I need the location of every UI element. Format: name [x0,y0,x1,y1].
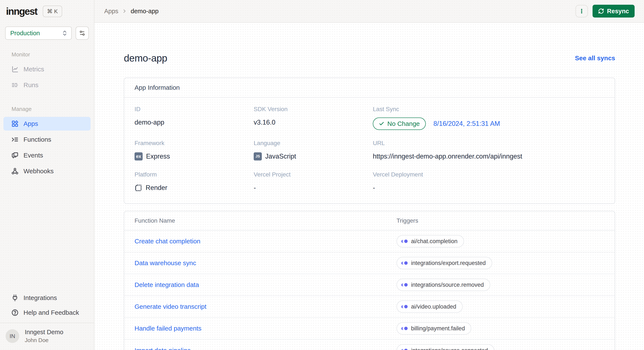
kebab-menu-icon [579,8,585,14]
sidebar-item-label: Functions [24,136,51,143]
trigger-badge: ai/video.uploaded [396,300,463,313]
sidebar-item-label: Integrations [24,294,57,301]
event-trigger-icon [401,283,408,287]
javascript-icon: JS [254,152,262,160]
field-framework: Framework ex Express [134,140,254,161]
user-profile[interactable]: IN Inngest Demo John Doe [0,323,94,350]
user-name: John Doe [25,337,64,343]
sidebar-item-help[interactable]: Help and Feedback [4,306,90,319]
sidebar-item-label: Runs [24,81,38,89]
sidebar-item-label: Metrics [24,66,44,73]
environment-label: Production [10,30,40,37]
more-options-button[interactable] [576,5,588,17]
check-icon [379,121,384,127]
sync-icon [598,8,604,14]
trigger-badge: integrations/source.connected [396,344,494,350]
field-value: JavaScript [265,153,296,160]
event-trigger-icon [401,326,408,331]
user-meta: Inngest Demo John Doe [25,329,64,343]
column-triggers: Triggers [396,217,604,224]
field-value: - [254,183,373,193]
field-sdk-version: SDK Version v3.16.0 [254,106,373,130]
event-trigger-icon [401,304,408,309]
trigger-badge: billing/payment.failed [396,322,471,335]
function-link[interactable]: Delete integration data [134,281,396,288]
function-link[interactable]: Data warehouse sync [134,259,396,267]
environment-settings-button[interactable] [76,27,89,40]
field-vercel-deployment: Vercel Deployment - [373,171,604,193]
event-trigger-icon [401,261,408,265]
sidebar-item-metrics[interactable]: Metrics [4,62,90,76]
main-column: Apps demo-app Resync demo-app See all [94,0,644,350]
trigger-label: ai/chat.completion [411,238,458,245]
apps-icon [11,120,19,128]
card-title: App Information [124,78,615,98]
table-row: Handle failed payments billing/payment.f… [124,318,615,339]
field-label: SDK Version [254,106,373,113]
render-icon [134,184,142,192]
field-label: ID [134,106,254,113]
sidebar-item-functions[interactable]: Functions [4,133,90,146]
last-sync-date-link[interactable]: 8/16/2024, 2:51:31 AM [434,120,500,128]
webhooks-icon [11,167,19,175]
runs-icon [11,81,19,89]
page-title: demo-app [124,52,167,64]
integrations-plug-icon [11,294,19,302]
trigger-label: integrations/export.requested [411,260,486,266]
environment-selector[interactable]: Production [5,27,72,40]
sidebar-item-label: Events [24,152,43,159]
field-label: Last Sync [373,106,604,113]
field-value: - [373,183,604,193]
sidebar-spacer [0,179,94,290]
trigger-label: billing/payment.failed [411,325,465,332]
functions-table: Function Name Triggers Create chat compl… [124,211,615,350]
field-label: Framework [134,140,254,147]
function-link[interactable]: Generate video transcript [134,303,396,310]
express-icon: ex [134,152,143,160]
field-value: Express [146,153,170,160]
field-value: v3.16.0 [254,118,373,127]
event-trigger-icon [401,239,408,244]
sidebar-item-integrations[interactable]: Integrations [4,291,90,305]
table-row: Generate video transcript ai/video.uploa… [124,296,615,318]
sidebar-item-apps[interactable]: Apps [4,117,90,131]
field-language: Language JS JavaScript [254,140,373,161]
resync-button[interactable]: Resync [592,5,634,18]
topbar-actions: Resync [576,5,634,18]
function-link[interactable]: Create chat completion [134,238,396,245]
field-last-sync: Last Sync No Change 8/16/2024, 2:51:31 A… [373,106,604,130]
field-value: demo-app [134,118,254,127]
functions-icon [11,136,19,143]
inngest-logo: inngest [6,6,37,17]
breadcrumb-current: demo-app [131,8,159,15]
trigger-badge: integrations/source.removed [396,279,490,291]
trigger-label: ai/video.uploaded [411,303,456,310]
breadcrumb-apps-link[interactable]: Apps [104,8,118,15]
event-trigger-icon [401,348,408,350]
trigger-badge: ai/chat.completion [396,235,464,247]
sidebar-item-events[interactable]: Events [4,149,90,162]
field-url: URL https://inngest-demo-app.onrender.co… [373,140,604,161]
sidebar-item-label: Apps [24,120,38,127]
field-value: Render [146,184,168,192]
avatar: IN [6,329,19,343]
table-row: Delete integration data integrations/sou… [124,274,615,296]
sliders-icon [79,30,86,36]
metrics-icon [11,65,19,73]
topbar: Apps demo-app Resync [94,0,644,23]
function-link[interactable]: Handle failed payments [134,325,396,332]
sidebar-nav: Monitor Metrics Runs Manage Apps Functio [0,48,94,179]
sidebar-footer-nav: Integrations Help and Feedback [0,290,94,323]
page-head: demo-app See all syncs [124,52,615,64]
sidebar-item-runs[interactable]: Runs [4,78,90,92]
trigger-label: integrations/source.removed [411,282,484,288]
sidebar-item-webhooks[interactable]: Webhooks [4,164,90,178]
see-all-syncs-link[interactable]: See all syncs [575,55,615,62]
command-k-shortcut[interactable]: ⌘ K [43,6,62,17]
status-badge-label: No Change [387,120,420,127]
table-row: Data warehouse sync integrations/export.… [124,252,615,274]
field-label: Vercel Project [254,171,373,178]
function-link[interactable]: Import data pipeline [134,347,396,350]
sidebar-item-label: Webhooks [24,168,54,175]
table-row: Import data pipeline integrations/source… [124,339,615,350]
